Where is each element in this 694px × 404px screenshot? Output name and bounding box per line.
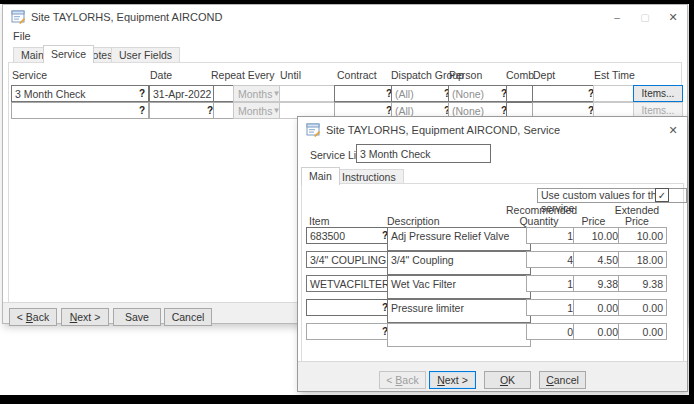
frame-border-top [0,0,694,4]
col-header-description: Description [387,215,440,227]
close-icon[interactable]: ✕ [659,117,687,143]
person-input[interactable]: (None) ? [448,85,511,102]
menu-file[interactable]: File [13,30,31,42]
main-tab-strip: Main Service Notes User Fields [3,47,687,62]
ok-button[interactable]: OK [484,371,531,389]
quantity-input[interactable]: 1 [526,299,577,316]
repeat-unit-select: Months ▼ [233,102,285,119]
service-list-value: 3 Month Check [356,144,491,163]
cancel-button[interactable]: Cancel [539,371,586,389]
service-input[interactable]: 3 Month Check ? [11,85,149,102]
description-input[interactable]: Adj Pressure Relief Valve [387,227,531,251]
col-header-extended-price: Price [612,215,662,227]
col-header-item: Item [309,215,329,227]
contract-input[interactable]: ? [334,85,396,102]
price-input[interactable]: 0.00 [573,323,622,340]
price-input[interactable]: 9.38 [573,275,622,292]
col-header-dept: Dept [533,69,555,81]
dialog-tab-strip: Main Instructions [298,169,687,183]
dialog-titlebar: Site TAYLORHS, Equipment AIRCOND, Servic… [298,117,687,143]
dispatch-group-input[interactable]: (All) ? [391,85,454,102]
date-lookup-button[interactable]: ? [204,105,213,116]
col-header-quantity: Quantity [506,215,572,227]
description-input[interactable]: Wet Vac Filter [387,275,531,299]
app-form-icon [11,10,25,24]
until-input [279,85,337,102]
date-input[interactable]: ? [149,102,217,119]
col-header-contract: Contract [337,69,377,81]
col-header-est-time: Est Time [594,69,635,81]
dialog-title: Site TAYLORHS, Equipment AIRCOND, Servic… [326,124,560,136]
extended-price-input[interactable]: 10.00 [618,227,667,244]
screen: Site TAYLORHS, Equipment AIRCOND – ▢ ✕ F… [0,0,694,404]
back-button: < Back [379,371,426,389]
est-time-input[interactable] [593,85,637,102]
price-input[interactable]: 0.00 [573,299,622,316]
col-header-comb: Comb [506,69,534,81]
description-input[interactable]: Pressure limiter [387,299,531,323]
item-input[interactable]: ? [306,323,392,340]
repeat-unit-select: Months ▼ [233,85,285,102]
col-header-until: Until [280,69,301,81]
app-form-icon [306,123,320,137]
service-lookup-button[interactable]: ? [136,88,145,99]
service-input[interactable]: ? [11,102,149,119]
tab-service[interactable]: Service [43,45,94,63]
menu-bar: File [3,29,687,46]
quantity-input[interactable]: 4 [526,251,577,268]
cancel-button[interactable]: Cancel [164,308,212,326]
next-button[interactable]: Next > [61,308,109,326]
main-window-title: Site TAYLORHS, Equipment AIRCOND [31,11,222,23]
question-mark-icon: ? [139,105,145,116]
extended-price-input[interactable]: 0.00 [618,323,667,340]
extended-price-input[interactable]: 9.38 [618,275,667,292]
items-button[interactable]: Items... [633,85,683,102]
question-mark-icon: ? [139,88,145,99]
minimize-icon[interactable]: – [603,5,631,29]
col-header-date: Date [150,69,172,81]
next-button[interactable]: Next > [429,371,476,389]
service-dialog: Site TAYLORHS, Equipment AIRCOND, Servic… [297,116,688,392]
quantity-input[interactable]: 1 [526,275,577,292]
frame-border-bottom [0,395,694,404]
description-input[interactable] [387,323,531,347]
extended-price-input[interactable]: 18.00 [618,251,667,268]
item-input[interactable]: 683500 ? [306,227,392,244]
main-titlebar: Site TAYLORHS, Equipment AIRCOND – ▢ ✕ [3,5,687,29]
col-header-repeat-every: Repeat Every [211,69,275,81]
back-button[interactable]: < Back [9,308,57,326]
quantity-input[interactable]: 1 [526,227,577,244]
col-header-person: Person [449,69,482,81]
checkmark-icon: ✓ [658,190,666,201]
dialog-footer: < Back Next > OK Cancel [298,361,687,391]
save-button[interactable]: Save [113,308,161,326]
item-input[interactable]: 3/4" COUPLING ? [306,251,392,268]
extended-price-input[interactable]: 0.00 [618,299,667,316]
maximize-icon: ▢ [631,5,659,29]
quantity-input[interactable]: 0 [526,323,577,340]
tab-user-fields[interactable]: User Fields [111,47,180,63]
dept-input[interactable]: ? [532,85,598,102]
date-input[interactable]: 31-Apr-2022 ? [149,85,217,102]
col-header-price: Price [573,215,614,227]
custom-values-checkbox[interactable]: ✓ [655,188,669,202]
item-input[interactable]: ? [306,299,392,316]
tab-main[interactable]: Main [301,167,340,185]
item-input[interactable]: WETVACFILTER ? [306,275,392,292]
frame-border-right [689,0,694,404]
window-controls: – ▢ ✕ [603,5,687,29]
close-icon[interactable]: ✕ [659,5,687,29]
description-input[interactable]: 3/4" Coupling [387,251,531,275]
service-lookup-button[interactable]: ? [136,105,145,116]
price-input[interactable]: 10.00 [573,227,622,244]
price-input[interactable]: 4.50 [573,251,622,268]
col-header-service: Service [12,69,47,81]
